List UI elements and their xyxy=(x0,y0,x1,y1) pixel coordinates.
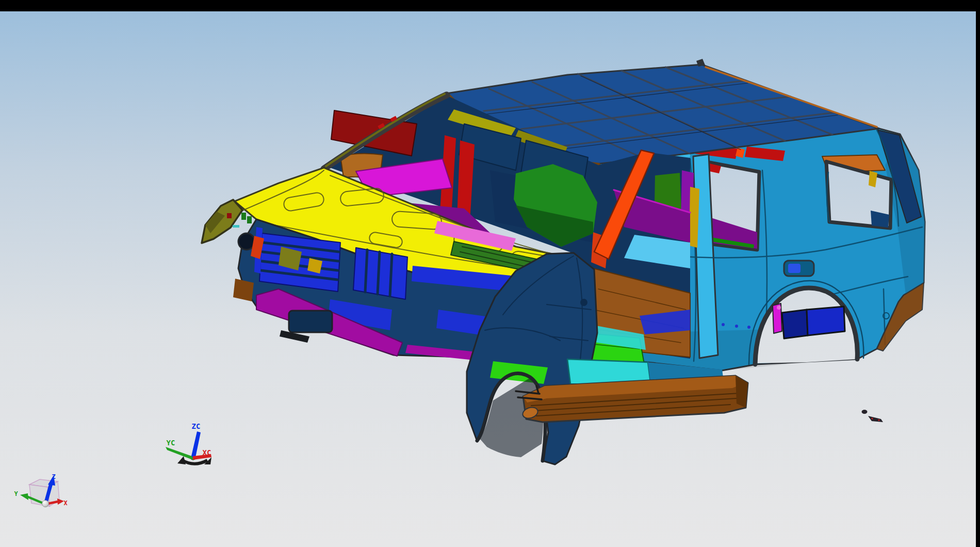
viewport-3d[interactable]: ZC YC XC Z Y X xyxy=(0,0,980,547)
wcs-z-label: ZC xyxy=(192,422,201,430)
door-handle xyxy=(784,261,814,276)
cube-origin-sphere[interactable] xyxy=(42,501,49,507)
front-lower-member xyxy=(289,311,332,332)
wcs-y-label: YC xyxy=(167,439,175,447)
cube-y-label: Y xyxy=(14,490,18,497)
cube-z-label: Z xyxy=(52,473,55,480)
cad-window: ZC YC XC Z Y X xyxy=(0,0,980,547)
wcs-x-label: XC xyxy=(203,448,211,457)
cube-x-label: X xyxy=(63,500,68,507)
